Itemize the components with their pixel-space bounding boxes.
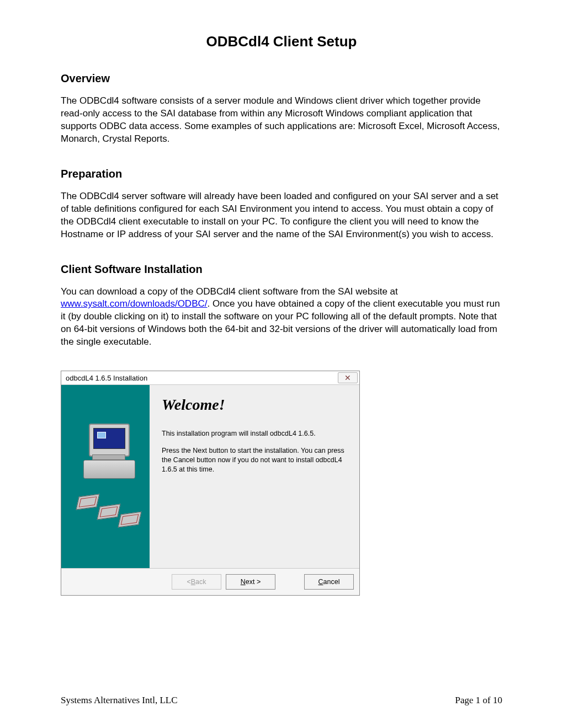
document-page: ODBCdl4 Client Setup Overview The ODBCdl… — [0, 0, 563, 728]
installer-footer: < Back Next > Cancel — [61, 568, 359, 595]
preparation-heading: Preparation — [61, 168, 502, 180]
installer-text-1: This installation program will install o… — [162, 429, 347, 438]
installer-text-2: Press the Next button to start the insta… — [162, 446, 347, 474]
computer-monitor-icon — [89, 424, 130, 457]
installer-titlebar: odbcdL4 1.6.5 Installation ✕ — [61, 371, 359, 384]
installer-content: Welcome! This installation program will … — [150, 385, 359, 568]
installer-title-text: odbcdL4 1.6.5 Installation — [66, 374, 147, 382]
installation-heading: Client Software Installation — [61, 263, 502, 276]
footer-company: Systems Alternatives Intl, LLC — [61, 695, 178, 706]
overview-heading: Overview — [61, 72, 502, 85]
floppy-disk-icon — [118, 512, 142, 528]
floppy-disk-icon — [97, 504, 121, 520]
floppy-disk-icon — [76, 494, 100, 510]
installer-welcome-heading: Welcome! — [162, 396, 347, 414]
installer-body: Welcome! This installation program will … — [61, 384, 359, 568]
installer-window: odbcdL4 1.6.5 Installation ✕ Welcome! Th… — [61, 371, 360, 596]
footer-page-number: Page 1 of 10 — [455, 695, 502, 706]
installer-graphic — [61, 385, 150, 568]
installation-body-pre: You can download a copy of the ODBCdl4 c… — [61, 286, 398, 297]
installation-body: You can download a copy of the ODBCdl4 c… — [61, 286, 502, 349]
back-button: < Back — [172, 574, 221, 590]
page-footer: Systems Alternatives Intl, LLC Page 1 of… — [61, 695, 502, 706]
installer-close-button[interactable]: ✕ — [338, 372, 358, 383]
cancel-button[interactable]: Cancel — [304, 574, 354, 590]
download-link[interactable]: www.sysalt.com/downloads/ODBC/ — [61, 298, 207, 309]
preparation-body: The ODBCdl4 server software will already… — [61, 190, 502, 241]
page-title: ODBCdl4 Client Setup — [61, 33, 502, 50]
close-icon: ✕ — [344, 374, 351, 382]
computer-base-icon — [83, 460, 135, 479]
overview-body: The ODBCdl4 software consists of a serve… — [61, 95, 502, 146]
next-button[interactable]: Next > — [226, 574, 275, 590]
computer-stand-icon — [92, 454, 125, 460]
